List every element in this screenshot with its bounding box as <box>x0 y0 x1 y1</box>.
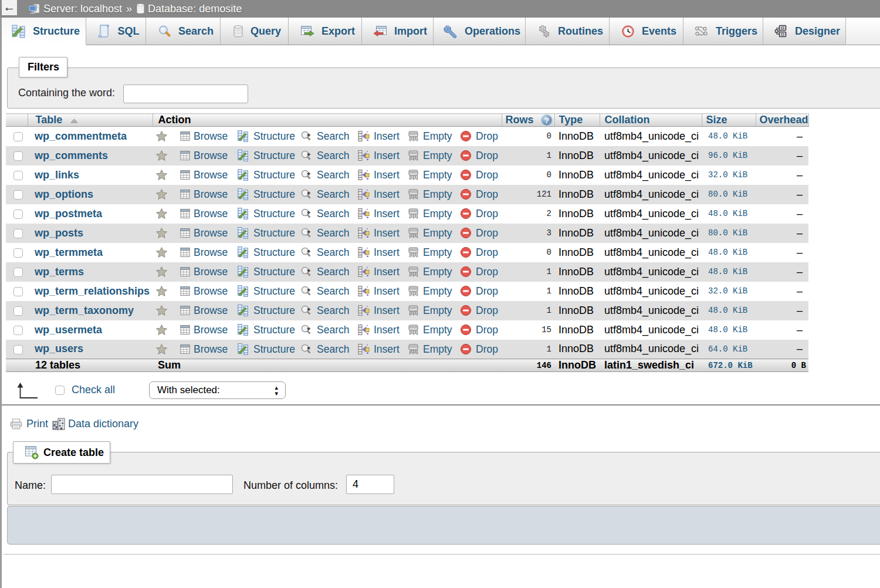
svg-text:?: ? <box>544 116 549 125</box>
